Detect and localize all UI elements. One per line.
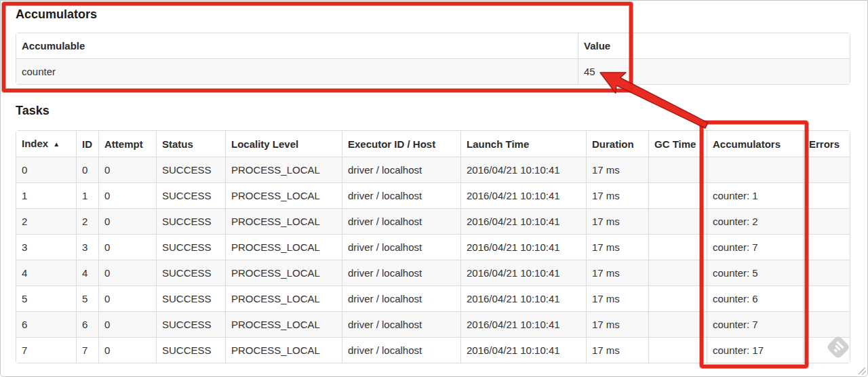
column-header-locality-level[interactable]: Locality Level [225, 131, 342, 157]
cell: 1 [76, 182, 98, 208]
cell: 45 [578, 58, 850, 84]
column-header-executor-id-host[interactable]: Executor ID / Host [342, 131, 460, 157]
cell: driver / localhost [342, 182, 460, 208]
cell: SUCCESS [156, 234, 225, 260]
cell: 2016/04/21 10:10:41 [460, 337, 586, 363]
cell: 3 [16, 234, 76, 260]
cell: PROCESS_LOCAL [225, 182, 342, 208]
cell: 17 ms [586, 182, 648, 208]
cell: 5 [16, 285, 76, 311]
column-header-accumulators[interactable]: Accumulators [707, 131, 803, 157]
cell: 0 [98, 337, 156, 363]
cell [707, 157, 803, 182]
cell [803, 157, 850, 182]
cell: 2016/04/21 10:10:41 [460, 260, 586, 285]
resize-grip-icon [856, 365, 867, 376]
table-row: 110SUCCESSPROCESS_LOCALdriver / localhos… [16, 182, 850, 208]
cell: 2016/04/21 10:10:41 [460, 182, 586, 208]
cell: SUCCESS [156, 285, 225, 311]
cell [803, 234, 850, 260]
cell [648, 337, 707, 363]
cell: 3 [76, 234, 98, 260]
cell: 1 [16, 182, 76, 208]
column-header-status[interactable]: Status [156, 131, 225, 157]
cell: counter: 7 [707, 311, 803, 337]
cell: SUCCESS [156, 337, 225, 363]
cell [648, 157, 707, 182]
cell [803, 311, 850, 337]
cell: counter: 1 [707, 182, 803, 208]
column-header-value: Value [578, 33, 850, 58]
cell [648, 311, 707, 337]
cell [803, 285, 850, 311]
cell: 0 [98, 208, 156, 234]
cell: 17 ms [586, 234, 648, 260]
cell: counter: 7 [707, 234, 803, 260]
cell: counter: 5 [707, 260, 803, 285]
cell: SUCCESS [156, 311, 225, 337]
cell: SUCCESS [156, 157, 225, 182]
cell [648, 260, 707, 285]
table-row: 440SUCCESSPROCESS_LOCALdriver / localhos… [16, 260, 850, 285]
column-header-index[interactable]: Index▲ [16, 131, 76, 157]
cell: 0 [76, 157, 98, 182]
cell [648, 285, 707, 311]
cell: SUCCESS [156, 260, 225, 285]
cell: 17 ms [586, 311, 648, 337]
cell: driver / localhost [342, 234, 460, 260]
column-header-id[interactable]: ID [76, 131, 98, 157]
table-row: 770SUCCESSPROCESS_LOCALdriver / localhos… [16, 337, 850, 363]
cell [648, 234, 707, 260]
cell: counter: 6 [707, 285, 803, 311]
accumulators-table: AccumulableValuecounter45 [16, 33, 850, 85]
cell: PROCESS_LOCAL [225, 157, 342, 182]
table-row: 660SUCCESSPROCESS_LOCALdriver / localhos… [16, 311, 850, 337]
cell: PROCESS_LOCAL [225, 285, 342, 311]
table-row: 330SUCCESSPROCESS_LOCALdriver / localhos… [16, 234, 850, 260]
column-header-errors[interactable]: Errors [803, 131, 850, 157]
cell: PROCESS_LOCAL [225, 337, 342, 363]
table-row: 000SUCCESSPROCESS_LOCALdriver / localhos… [16, 157, 850, 182]
cell: 0 [98, 234, 156, 260]
cell: 0 [98, 182, 156, 208]
cell: counter [16, 58, 578, 84]
cell: 2016/04/21 10:10:41 [460, 311, 586, 337]
cell [648, 182, 707, 208]
tasks-section-heading: Tasks [16, 103, 50, 118]
column-header-attempt[interactable]: Attempt [98, 131, 156, 157]
cell: PROCESS_LOCAL [225, 234, 342, 260]
column-header-duration[interactable]: Duration [586, 131, 648, 157]
cell: 0 [98, 285, 156, 311]
cell: 2 [16, 208, 76, 234]
cell [803, 260, 850, 285]
cell: 5 [76, 285, 98, 311]
spark-stage-page: Accumulators AccumulableValuecounter45 T… [0, 0, 868, 377]
cell: PROCESS_LOCAL [225, 208, 342, 234]
table-row: 220SUCCESSPROCESS_LOCALdriver / localhos… [16, 208, 850, 234]
cell: driver / localhost [342, 285, 460, 311]
cell [803, 182, 850, 208]
cell: 6 [76, 311, 98, 337]
cell: 6 [16, 311, 76, 337]
cell: driver / localhost [342, 208, 460, 234]
column-header-accumulable: Accumulable [16, 33, 578, 58]
column-header-gc-time[interactable]: GC Time [648, 131, 707, 157]
cell: driver / localhost [342, 260, 460, 285]
cell: driver / localhost [342, 157, 460, 182]
cell: SUCCESS [156, 208, 225, 234]
cell: 0 [98, 260, 156, 285]
tasks-table: Index▲IDAttemptStatusLocality LevelExecu… [16, 130, 850, 363]
cell: 2016/04/21 10:10:41 [460, 285, 586, 311]
cell: 4 [76, 260, 98, 285]
accumulators-section-heading: Accumulators [16, 7, 97, 22]
cell: 2016/04/21 10:10:41 [460, 234, 586, 260]
cell: 2016/04/21 10:10:41 [460, 208, 586, 234]
cell: 17 ms [586, 260, 648, 285]
cell: 17 ms [586, 208, 648, 234]
cell: 2 [76, 208, 98, 234]
cell: 7 [76, 337, 98, 363]
cell: driver / localhost [342, 337, 460, 363]
cell: PROCESS_LOCAL [225, 260, 342, 285]
column-header-launch-time[interactable]: Launch Time [460, 131, 586, 157]
table-row: 550SUCCESSPROCESS_LOCALdriver / localhos… [16, 285, 850, 311]
